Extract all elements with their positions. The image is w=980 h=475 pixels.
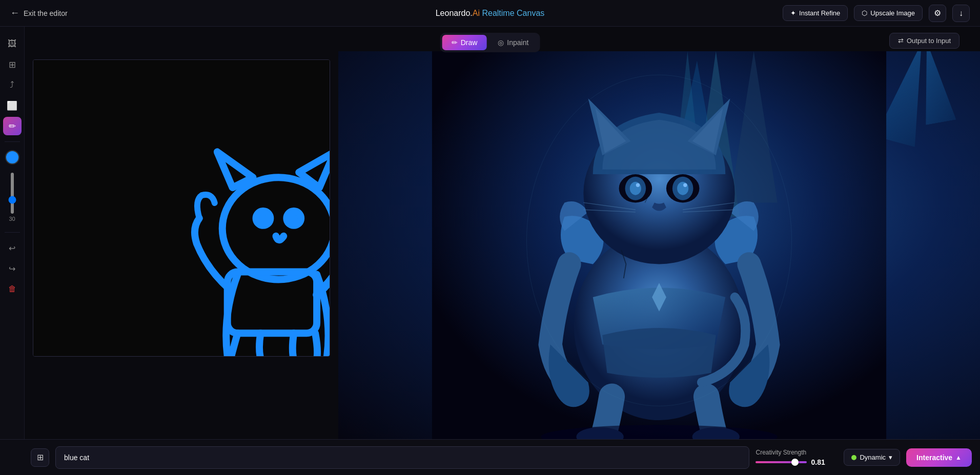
color-picker[interactable] xyxy=(5,150,19,164)
prompt-input[interactable] xyxy=(55,446,749,469)
brush-size-slider[interactable] xyxy=(11,173,14,214)
instant-refine-label: Instant Refine xyxy=(799,9,840,17)
cat-drawing-svg xyxy=(33,60,330,356)
select-tool-button[interactable]: ⤴ xyxy=(3,76,22,94)
interactive-button[interactable]: Interactive ▲ xyxy=(906,448,972,467)
brand-subtitle: Realtime Canvas xyxy=(482,9,544,17)
header-actions: ✦ Instant Refine ⬡ Upscale Image ⚙ ↓ xyxy=(783,5,970,22)
inpaint-label: Inpaint xyxy=(507,38,528,47)
eraser-tool-button[interactable]: ⬜ xyxy=(3,96,22,115)
download-button[interactable]: ↓ xyxy=(952,5,970,22)
creativity-value: 0.81 xyxy=(811,458,826,466)
arrow-left-icon: ← xyxy=(10,8,19,18)
left-sidebar: 🖼 ⊞ ⤴ ⬜ ✏ 30 ↩ ↪ 🗑 xyxy=(0,27,25,439)
upscale-image-label: Upscale Image xyxy=(870,9,915,17)
creativity-label: Creativity Strength xyxy=(756,449,838,456)
chevron-up-icon: ▲ xyxy=(955,454,962,461)
brand-ai: Ai xyxy=(473,9,480,17)
svg-point-28 xyxy=(683,183,687,187)
drawing-canvas[interactable] xyxy=(33,59,330,357)
exit-editor-button[interactable]: ← Exit the editor xyxy=(10,8,68,18)
model-label: Dynamic xyxy=(860,453,886,461)
bottom-settings-button[interactable]: ⊞ xyxy=(31,448,49,467)
svg-point-25 xyxy=(630,182,641,195)
inpaint-tab[interactable]: ◎ Inpaint xyxy=(488,35,538,50)
chevron-down-icon: ▾ xyxy=(889,453,892,461)
redo-button[interactable]: ↪ xyxy=(3,259,22,278)
divider-1 xyxy=(5,141,20,142)
undo-button[interactable]: ↩ xyxy=(3,239,22,257)
svg-rect-0 xyxy=(33,60,330,356)
swap-icon: ⇄ xyxy=(898,37,904,45)
brush-size-value: 30 xyxy=(9,216,15,222)
draw-tab[interactable]: ✏ Draw xyxy=(442,35,487,50)
clear-canvas-button[interactable]: 🗑 xyxy=(3,280,22,298)
output-canvas xyxy=(338,51,980,439)
sparkle-icon: ✦ xyxy=(790,9,796,17)
armored-cat-display xyxy=(338,51,980,439)
brand-title: Leonardo.Ai Realtime Canvas xyxy=(436,9,545,18)
armored-cat-svg xyxy=(338,51,980,439)
mode-tabs: ✏ Draw ◎ Inpaint xyxy=(440,33,540,52)
svg-point-27 xyxy=(636,183,640,187)
creativity-slider-row: 0.81 xyxy=(756,458,838,466)
brush-tool-button[interactable]: ✏ xyxy=(3,117,22,135)
creativity-strength-control: Creativity Strength 0.81 xyxy=(756,449,838,466)
brand-name: Leonardo. xyxy=(436,9,473,17)
exit-label: Exit the editor xyxy=(24,9,68,17)
model-status-dot xyxy=(851,455,856,460)
svg-point-4 xyxy=(256,211,270,225)
grid-tool-button[interactable]: ⊞ xyxy=(3,55,22,74)
instant-refine-button[interactable]: ✦ Instant Refine xyxy=(783,5,848,21)
draw-icon: ✏ xyxy=(452,38,458,47)
header: ← Exit the editor Leonardo.Ai Realtime C… xyxy=(0,0,980,27)
divider-2 xyxy=(5,232,20,233)
draw-label: Draw xyxy=(461,38,478,47)
brush-size-control: 30 xyxy=(9,173,15,222)
bottom-bar: ⊞ Creativity Strength 0.81 Dynamic ▾ Int… xyxy=(0,439,980,475)
output-to-input-button[interactable]: ⇄ Output to Input xyxy=(889,33,959,49)
upscale-image-button[interactable]: ⬡ Upscale Image xyxy=(854,5,923,21)
creativity-slider[interactable] xyxy=(756,461,807,463)
interactive-label: Interactive xyxy=(916,453,952,462)
svg-point-5 xyxy=(287,211,301,225)
settings-button[interactable]: ⚙ xyxy=(929,5,946,22)
model-selector[interactable]: Dynamic ▾ xyxy=(844,449,900,466)
svg-point-26 xyxy=(677,182,688,195)
canvas-area xyxy=(25,51,980,439)
output-to-input-label: Output to Input xyxy=(907,37,951,45)
image-tool-button[interactable]: 🖼 xyxy=(3,35,22,53)
inpaint-icon: ◎ xyxy=(498,38,504,47)
upscale-icon: ⬡ xyxy=(862,9,867,17)
